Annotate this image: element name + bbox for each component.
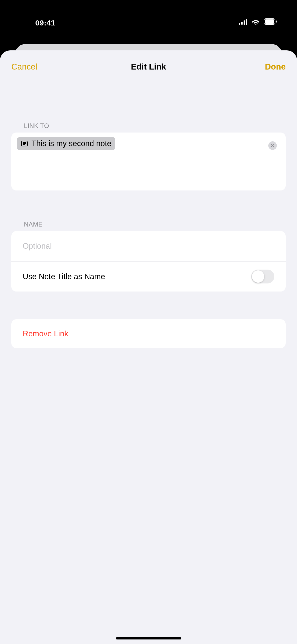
name-input-row — [11, 231, 286, 261]
page-title: Edit Link — [0, 62, 297, 72]
svg-rect-3 — [246, 19, 247, 25]
linked-note-label: This is my second note — [31, 139, 111, 148]
svg-rect-2 — [244, 20, 245, 25]
svg-rect-1 — [241, 22, 243, 25]
use-title-toggle[interactable] — [251, 270, 274, 283]
remove-link-group: Remove Link — [11, 319, 286, 348]
use-title-row: Use Note Title as Name — [11, 261, 286, 292]
link-to-header: LINK TO — [0, 117, 297, 133]
edit-link-sheet: Cancel Edit Link Done LINK TO This is my… — [0, 50, 297, 644]
cancel-button[interactable]: Cancel — [11, 62, 37, 72]
svg-rect-5 — [265, 19, 274, 24]
cellular-icon — [239, 18, 248, 26]
svg-rect-6 — [276, 20, 277, 23]
home-indicator[interactable] — [116, 637, 181, 639]
remove-link-label: Remove Link — [23, 329, 68, 338]
toggle-knob — [252, 270, 264, 283]
linked-note-token[interactable]: This is my second note — [17, 137, 115, 150]
name-header: NAME — [0, 216, 297, 231]
svg-rect-0 — [239, 23, 240, 25]
x-icon — [271, 144, 274, 148]
nav-bar: Cancel Edit Link Done — [0, 50, 297, 83]
remove-link-button[interactable]: Remove Link — [11, 319, 286, 348]
wifi-icon — [252, 18, 260, 26]
battery-icon — [264, 18, 277, 26]
note-icon — [21, 140, 28, 147]
use-title-label: Use Note Title as Name — [23, 272, 251, 281]
link-to-group: This is my second note — [11, 133, 286, 190]
status-time: 09:41 — [15, 17, 55, 27]
done-button[interactable]: Done — [265, 62, 286, 72]
name-field[interactable] — [23, 242, 274, 251]
status-indicators — [239, 18, 282, 26]
name-group: Use Note Title as Name — [11, 231, 286, 292]
status-bar: 09:41 — [0, 0, 297, 44]
clear-link-button[interactable] — [268, 141, 277, 150]
